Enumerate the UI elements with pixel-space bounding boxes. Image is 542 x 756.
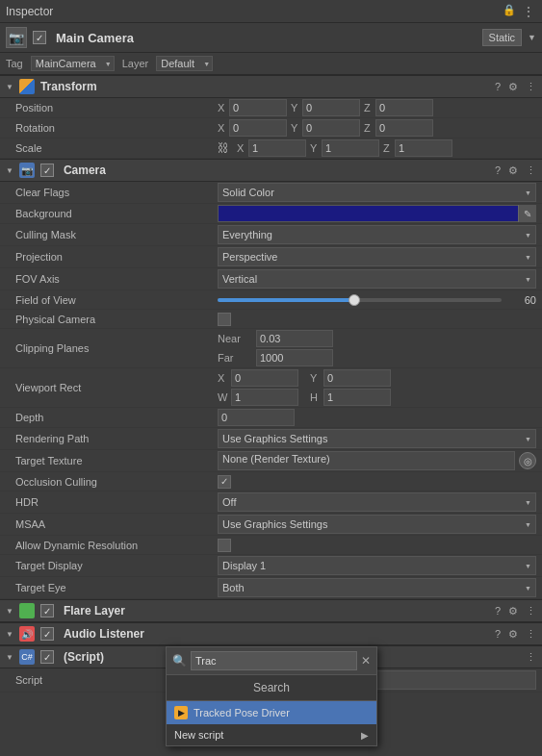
pos-y-field[interactable] bbox=[302, 99, 360, 116]
transform-section-header[interactable]: ▼ Transform ? ⚙ ⋮ bbox=[0, 75, 542, 98]
vr-x-label: X bbox=[218, 372, 229, 384]
clear-flags-label: Clear Flags bbox=[6, 187, 218, 198]
target-display-label: Target Display bbox=[6, 560, 218, 571]
color-picker-icon[interactable]: ✎ bbox=[518, 205, 535, 222]
rendering-path-dropdown[interactable]: Use Graphics Settings bbox=[218, 429, 536, 448]
depth-row: Depth bbox=[0, 408, 542, 428]
audio-listener-enabled[interactable] bbox=[40, 627, 54, 641]
script-search-popup: 🔍 ✕ Search ▶ Tracked Pose Driver New scr… bbox=[166, 646, 377, 746]
flare-menu-icon[interactable]: ⋮ bbox=[526, 605, 536, 617]
position-row: Position X Y Z bbox=[0, 98, 542, 118]
scale-y-field[interactable] bbox=[322, 139, 379, 157]
hdr-value: Off bbox=[222, 496, 236, 508]
menu-icon[interactable]: ⋮ bbox=[522, 4, 536, 19]
camera-enabled-check[interactable] bbox=[40, 164, 54, 177]
target-eye-dropdown[interactable]: Both bbox=[218, 578, 536, 597]
hdr-dropdown[interactable]: Off bbox=[218, 492, 536, 512]
far-value-field[interactable] bbox=[256, 349, 333, 366]
fov-axis-row: FOV Axis Vertical bbox=[0, 268, 542, 290]
transform-triangle: ▼ bbox=[6, 83, 13, 91]
scale-x-field[interactable] bbox=[248, 139, 306, 157]
occlusion-culling-checkbox[interactable]: ✓ bbox=[218, 475, 231, 489]
scale-link-icon[interactable]: ⛓ bbox=[218, 141, 229, 155]
vr-x-field[interactable] bbox=[231, 369, 298, 387]
rot-x-field[interactable] bbox=[229, 119, 287, 137]
popup-item-tracked-pose-driver[interactable]: ▶ Tracked Pose Driver bbox=[167, 701, 376, 724]
near-value-field[interactable] bbox=[256, 330, 333, 347]
target-eye-row: Target Eye Both bbox=[0, 577, 542, 599]
clear-flags-dropdown[interactable]: Solid Color bbox=[218, 183, 536, 202]
layer-value[interactable]: Default bbox=[156, 56, 213, 71]
camera-help-icon[interactable]: ? bbox=[495, 164, 501, 177]
camera-menu-icon[interactable]: ⋮ bbox=[526, 164, 536, 177]
object-name[interactable]: Main Camera bbox=[56, 31, 477, 45]
tag-dropdown-wrap[interactable]: MainCamera bbox=[31, 56, 115, 71]
flare-layer-title: Flare Layer bbox=[64, 604, 489, 617]
layer-label: Layer bbox=[122, 58, 149, 69]
fov-slider-thumb[interactable] bbox=[348, 294, 360, 306]
hdr-label: HDR bbox=[6, 496, 218, 508]
flare-layer-header[interactable]: ▼ Flare Layer ? ⚙ ⋮ bbox=[0, 599, 542, 622]
audio-menu-icon[interactable]: ⋮ bbox=[526, 628, 536, 641]
vr-y-field[interactable] bbox=[323, 369, 391, 387]
allow-dynamic-res-checkbox[interactable] bbox=[218, 539, 231, 552]
scale-z-field[interactable] bbox=[395, 139, 452, 157]
rotation-row: Rotation X Y Z bbox=[0, 118, 542, 139]
msaa-dropdown[interactable]: Use Graphics Settings bbox=[218, 515, 536, 534]
rot-z-field[interactable] bbox=[375, 119, 433, 137]
near-label: Near bbox=[218, 333, 246, 344]
physical-camera-checkbox[interactable] bbox=[218, 313, 231, 326]
background-color-field[interactable]: ✎ bbox=[218, 205, 536, 222]
target-display-dropdown[interactable]: Display 1 bbox=[218, 556, 536, 575]
title-bar: Inspector 🔒 ⋮ bbox=[0, 0, 542, 23]
pos-z-field[interactable] bbox=[375, 99, 433, 116]
transform-settings-icon[interactable]: ⚙ bbox=[508, 81, 518, 93]
audio-settings-icon[interactable]: ⚙ bbox=[508, 628, 518, 641]
vr-h-field[interactable] bbox=[323, 389, 391, 406]
lock-icon[interactable]: 🔒 bbox=[503, 4, 516, 19]
target-texture-select-btn[interactable]: ◎ bbox=[519, 452, 536, 469]
popup-clear-btn[interactable]: ✕ bbox=[361, 654, 371, 668]
script-menu-icon[interactable]: ⋮ bbox=[526, 651, 536, 664]
depth-value-field[interactable] bbox=[218, 409, 295, 426]
projection-dropdown[interactable]: Perspective bbox=[218, 247, 536, 266]
flare-settings-icon[interactable]: ⚙ bbox=[508, 605, 518, 617]
pos-x-label: X bbox=[218, 102, 227, 113]
object-enabled-check[interactable] bbox=[33, 31, 46, 44]
static-button[interactable]: Static bbox=[482, 29, 523, 46]
scale-y-label: Y bbox=[310, 142, 320, 154]
flare-layer-enabled[interactable] bbox=[40, 604, 54, 617]
audio-listener-header[interactable]: ▼ 🔊 Audio Listener ? ⚙ ⋮ bbox=[0, 622, 542, 645]
fov-axis-label: FOV Axis bbox=[6, 273, 218, 285]
script-triangle: ▼ bbox=[6, 653, 13, 662]
popup-item-new-script[interactable]: New script ▶ bbox=[167, 724, 376, 745]
pos-x-field[interactable] bbox=[229, 99, 287, 116]
audio-help-icon[interactable]: ? bbox=[495, 628, 501, 641]
flare-layer-triangle: ▼ bbox=[6, 607, 13, 616]
tag-value[interactable]: MainCamera bbox=[31, 56, 115, 71]
popup-search-input[interactable] bbox=[191, 651, 357, 670]
pos-y-label: Y bbox=[291, 102, 300, 113]
fov-label: Field of View bbox=[6, 294, 218, 306]
static-dropdown-arrow[interactable]: ▼ bbox=[528, 33, 536, 42]
fov-row: Field of View 60 bbox=[0, 290, 542, 310]
culling-mask-dropdown[interactable]: Everything bbox=[218, 225, 536, 244]
camera-settings-icon[interactable]: ⚙ bbox=[508, 164, 518, 177]
fov-axis-dropdown[interactable]: Vertical bbox=[218, 269, 536, 289]
layer-dropdown-wrap[interactable]: Default bbox=[156, 56, 213, 71]
flare-help-icon[interactable]: ? bbox=[495, 605, 501, 617]
rot-y-field[interactable] bbox=[302, 119, 360, 137]
vr-w-field[interactable] bbox=[231, 389, 298, 406]
flare-layer-icon bbox=[19, 603, 35, 618]
msaa-value: Use Graphics Settings bbox=[222, 518, 327, 530]
transform-help-icon[interactable]: ? bbox=[495, 81, 501, 93]
audio-listener-icon: 🔊 bbox=[19, 626, 35, 642]
fov-slider-track[interactable] bbox=[218, 298, 502, 302]
transform-menu-icon[interactable]: ⋮ bbox=[526, 81, 536, 93]
script-enabled[interactable] bbox=[40, 650, 54, 664]
target-texture-value: None (Render Texture) bbox=[218, 451, 515, 470]
camera-section-header[interactable]: ▼ 📷 Camera ? ⚙ ⋮ bbox=[0, 159, 542, 182]
vr-h-label: H bbox=[310, 391, 322, 403]
scale-row: Scale ⛓ X Y Z bbox=[0, 139, 542, 159]
fov-value[interactable]: 60 bbox=[507, 294, 536, 306]
